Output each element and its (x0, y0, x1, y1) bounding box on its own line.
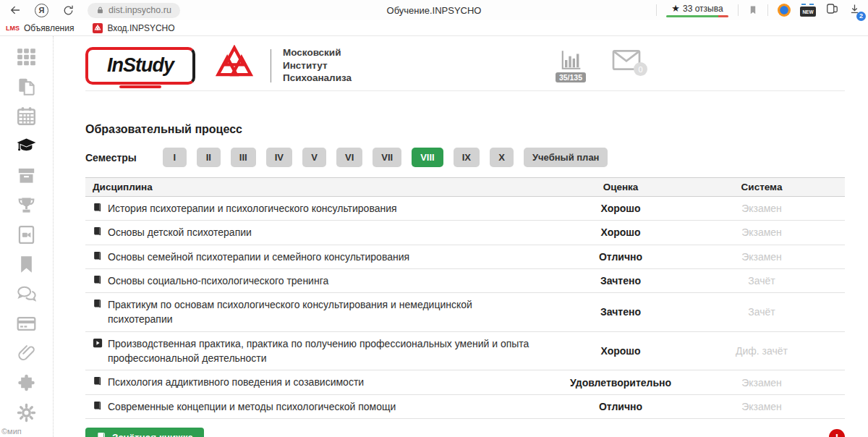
browser-toolbar: Я dist.inpsycho.ru Обучение.INPSYCHO ★ 3… (0, 0, 868, 20)
semesters-label: Семестры (85, 152, 137, 164)
book-icon (93, 203, 103, 213)
sidebar-item-settings[interactable] (17, 402, 37, 423)
table-row[interactable]: Производственная практика, практика по п… (85, 332, 845, 371)
table-header: Дисциплина Оценка Система (85, 177, 845, 197)
grade-cell: Зачтено (556, 275, 686, 287)
col-system: Система (686, 182, 838, 192)
sidebar-item-attachments[interactable] (17, 343, 37, 363)
grade-cell: Отлично (556, 251, 686, 263)
book-icon (93, 376, 103, 386)
semester-tab-ii[interactable]: II (197, 148, 221, 167)
sidebar-item-documents[interactable] (17, 76, 37, 96)
table-row[interactable]: Практикум по основам психологического ко… (85, 293, 845, 332)
sidebar-item-payments[interactable] (17, 313, 37, 334)
semester-tab-vi[interactable]: VI (336, 148, 362, 167)
divider (656, 4, 657, 16)
sidebar-item-achievements[interactable] (17, 195, 37, 215)
divider (738, 4, 739, 16)
semester-tab-i[interactable]: I (163, 148, 187, 167)
sidebar-item-schedule[interactable] (17, 106, 37, 126)
bookmark-flag-icon[interactable] (748, 4, 758, 16)
sidebar-item-education[interactable] (17, 135, 37, 156)
progress-stats[interactable]: 35/135 (556, 48, 586, 82)
discipline-cell: История психотерапии и психологического … (93, 201, 556, 216)
url-text: dist.inpsycho.ru (109, 5, 171, 15)
discipline-name: История психотерапии и психологического … (108, 201, 397, 216)
discipline-name: Современные концепции и методы психологи… (108, 399, 396, 414)
discipline-cell: Психология аддиктивного поведения и соза… (93, 375, 556, 389)
semester-tab-viii[interactable]: VIII (412, 148, 443, 167)
tab-title: Обучение.INPSYCHO (387, 5, 482, 16)
semester-tab-iv[interactable]: IV (266, 148, 292, 167)
semester-tab-iii[interactable]: III (231, 148, 256, 167)
main-content: InStudy Московский Институт Психоанализа… (54, 36, 868, 437)
discipline-name: Производственная практика, практика по п… (108, 336, 534, 366)
semester-tabs: IIIIIIIVVVIVIIVIIIIXXУчебный план (163, 148, 608, 167)
rating-bar (666, 15, 728, 17)
mip-favicon (93, 23, 103, 33)
discipline-name: Психология аддиктивного поведения и соза… (108, 375, 364, 389)
table-row[interactable]: Психология аддиктивного поведения и соза… (85, 370, 845, 394)
new-tab-extension-icon[interactable]: NEW (800, 7, 816, 17)
alert-icon[interactable]: ! (829, 429, 845, 437)
sidebar-item-bookmarks[interactable] (17, 254, 37, 274)
discipline-name: Основы детской психотерапии (108, 225, 252, 239)
reviews-count: 33 отзыва (683, 4, 723, 14)
semester-tab-v[interactable]: V (302, 148, 326, 167)
sidebar-item-archive[interactable] (17, 165, 37, 185)
institute-name: Московский Институт Психоанализа (283, 46, 352, 85)
book-icon (93, 299, 103, 309)
discipline-name: Основы семейной психотерапии и семейного… (108, 250, 409, 264)
lms-favicon: LMS (6, 25, 20, 32)
system-cell: Экзамен (686, 251, 838, 263)
copyright-label: ©мип (1, 427, 22, 436)
table-row[interactable]: История психотерапии и психологического … (85, 197, 845, 221)
sidebar-item-video-materials[interactable] (17, 224, 37, 245)
table-row[interactable]: Современные концепции и методы психологи… (85, 395, 845, 419)
bookmark-login[interactable]: Вход.INPSYCHO (93, 23, 174, 33)
back-icon[interactable] (7, 2, 23, 18)
side-panel-icon[interactable] (825, 2, 839, 18)
table-row[interactable]: Основы социально-психологического тренин… (85, 269, 845, 293)
semester-tab-x[interactable]: X (490, 148, 514, 167)
grade-cell: Отлично (556, 401, 686, 412)
sidebar: ©мип (0, 36, 54, 437)
bookmark-announcements[interactable]: LMS Объявления (6, 23, 74, 33)
bar-chart-icon (558, 48, 583, 72)
instudy-logo[interactable]: InStudy (85, 47, 195, 85)
system-cell: Зачёт (686, 275, 838, 287)
system-cell: Экзамен (686, 203, 838, 214)
semester-tab-ix[interactable]: IX (454, 148, 480, 167)
divider (767, 4, 768, 16)
col-discipline: Дисциплина (93, 182, 556, 192)
browser-profile-icon[interactable]: Я (35, 4, 48, 17)
table-row[interactable]: Основы детской психотерапииХорошоЭкзамен (85, 221, 845, 245)
semester-tab-vii[interactable]: VII (373, 148, 401, 167)
gradebook-button[interactable]: Зачётная книжка (85, 428, 204, 437)
downloads-icon[interactable]: 2 (848, 3, 861, 18)
mail-badge: 0 (634, 62, 647, 76)
grade-cell: Удовлетворительно (556, 377, 686, 389)
book-icon (96, 432, 107, 437)
discipline-cell: Основы детской психотерапии (93, 225, 556, 239)
reload-icon[interactable] (60, 2, 76, 18)
semesters-row: Семестры IIIIIIIVVVIVIIVIIIIXXУчебный пл… (85, 148, 845, 167)
system-cell: Диф. зачёт (686, 345, 838, 357)
play-square-icon (93, 338, 103, 348)
mail-button[interactable]: 0 (612, 48, 641, 72)
sidebar-item-messages[interactable] (17, 284, 37, 304)
table-row[interactable]: Основы семейной психотерапии и семейного… (85, 245, 845, 269)
sidebar-item-dashboard[interactable] (17, 46, 37, 67)
sidebar-item-extensions[interactable] (17, 373, 37, 393)
semester-tab-учебный-план[interactable]: Учебный план (524, 148, 608, 167)
downloads-badge: 2 (856, 12, 866, 21)
book-icon (93, 226, 103, 237)
discipline-name: Практикум по основам психологического ко… (108, 297, 534, 327)
system-cell: Экзамен (686, 226, 838, 238)
address-bar[interactable]: dist.inpsycho.ru (88, 3, 180, 18)
extension-browser-icon[interactable] (778, 4, 791, 17)
discipline-name: Основы социально-психологического тренин… (108, 273, 328, 288)
grade-cell: Хорошо (556, 203, 686, 214)
star-icon: ★ (671, 3, 680, 14)
reviews-rating[interactable]: ★ 33 отзыва (666, 3, 728, 17)
